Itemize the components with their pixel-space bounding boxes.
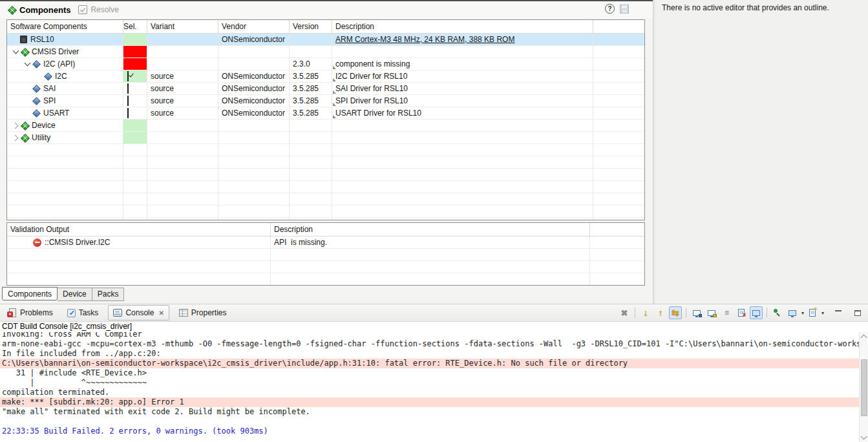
expander-expanded-icon[interactable] — [11, 46, 20, 58]
display-console-icon[interactable] — [786, 306, 799, 319]
maximize-icon[interactable] — [851, 306, 864, 319]
vendor-cell: ONSemiconductor — [218, 70, 290, 82]
column-header-validation-output: Validation Output — [7, 223, 271, 236]
console-scrollbar[interactable] — [859, 332, 868, 442]
remove-launch-icon[interactable]: ✖ — [618, 306, 631, 319]
component-row-device[interactable]: Device — [7, 120, 644, 132]
expander-expanded-icon[interactable] — [23, 58, 32, 70]
blue-diamond-icon — [43, 72, 52, 81]
tab-components[interactable]: Components — [2, 287, 58, 300]
expander-collapsed-icon[interactable] — [11, 132, 20, 143]
component-label: USART — [43, 107, 69, 119]
console-output[interactable]: Invoking: Cross ARM C Compilerarm-none-e… — [0, 332, 868, 442]
component-checkbox-unchecked[interactable] — [127, 108, 129, 118]
filler-cell — [593, 34, 644, 45]
component-row-cmsis-driver[interactable]: CMSIS Driver — [7, 46, 644, 58]
component-row-rsl10[interactable]: RSL10ONSemiconductorARM Cortex-M3 48 MHz… — [7, 34, 644, 46]
component-label: SPI — [43, 95, 56, 107]
expander-collapsed-icon[interactable] — [11, 120, 20, 131]
save-icon[interactable] — [620, 5, 629, 14]
selection-cell[interactable] — [123, 83, 147, 94]
dropdown-arrow-icon[interactable]: ▾ — [801, 310, 804, 316]
tab-properties[interactable]: Properties — [175, 306, 231, 320]
scroll-up-icon[interactable] — [861, 335, 867, 341]
component-checkbox-unchecked[interactable] — [127, 96, 129, 106]
component-checkbox-checked[interactable] — [127, 71, 129, 81]
minimize-icon[interactable] — [832, 306, 845, 319]
component-label: RSL10 — [30, 34, 54, 45]
component-row-sai[interactable]: SAIsourceONSemiconductor3.5.285SAI Drive… — [7, 83, 644, 95]
tab-tasks[interactable]: Tasks — [63, 306, 103, 320]
description-link[interactable]: ARM Cortex-M3 48 MHz, 24 KB RAM, 388 KB … — [335, 35, 514, 44]
selection-cell[interactable] — [123, 107, 147, 119]
pin-console-icon[interactable] — [771, 306, 784, 319]
tasks-icon — [67, 309, 76, 317]
component-label: Utility — [32, 132, 50, 143]
tab-label: Problems — [20, 308, 53, 317]
word-wrap-icon[interactable]: ≡ — [720, 306, 733, 319]
show-console-stderr-icon[interactable] — [705, 306, 718, 319]
empty-row — [7, 273, 644, 286]
empty-row — [7, 156, 644, 169]
filler-cell — [593, 120, 644, 131]
variant-cell — [147, 132, 218, 143]
scrollbar-thumb[interactable] — [861, 359, 867, 416]
selection-cell[interactable] — [123, 70, 147, 82]
expander-spacer — [23, 83, 32, 94]
validation-item: ::CMSIS Driver.I2C — [7, 237, 271, 248]
component-row-usart[interactable]: USARTsourceONSemiconductor3.5.285USART D… — [7, 107, 644, 120]
version-cell — [290, 120, 332, 131]
help-icon[interactable] — [605, 4, 615, 14]
show-error-in-editor-icon[interactable]: ⇆ — [669, 306, 682, 319]
component-row-utility[interactable]: Utility — [7, 132, 644, 144]
problems-icon — [7, 308, 17, 317]
component-row-spi[interactable]: SPIsourceONSemiconductor3.5.285SPI Drive… — [7, 95, 644, 107]
dropdown-arrow-icon[interactable]: ▾ — [821, 310, 824, 316]
tree-cell: SAI — [7, 83, 123, 94]
component-row-i2c[interactable]: I2CsourceONSemiconductor3.5.285I2C Drive… — [7, 70, 644, 83]
outline-empty-message: There is no active editor that provides … — [662, 3, 829, 12]
variant-cell — [147, 58, 218, 70]
component-row-i2c-api-[interactable]: I2C (API)2.3.0component is missing — [7, 58, 644, 70]
validation-description: API is missing. — [271, 237, 590, 248]
variant-cell: source — [147, 83, 218, 94]
version-cell — [290, 46, 332, 58]
resolve-label: Resolve — [90, 5, 118, 14]
next-error-icon[interactable]: ↓ — [639, 306, 652, 319]
empty-row — [7, 169, 644, 181]
selection-cell — [123, 58, 147, 70]
version-cell: 3.5.285 — [290, 95, 332, 107]
tab-console[interactable]: Console✕ — [108, 305, 169, 321]
empty-row — [7, 193, 644, 205]
page-title: Components — [19, 5, 70, 15]
column-header-description: Description — [271, 223, 590, 236]
vendor-cell — [218, 132, 290, 143]
selection-cell — [123, 46, 147, 58]
tab-packs[interactable]: Packs — [92, 288, 125, 301]
show-console-stdout-icon[interactable] — [690, 306, 703, 319]
selection-cell — [123, 132, 147, 143]
close-icon[interactable]: ✕ — [158, 310, 164, 317]
description-cell: USART Driver for RSL10 — [332, 107, 593, 119]
version-cell: 3.5.285 — [290, 83, 332, 94]
scroll-down-icon[interactable] — [861, 434, 867, 440]
version-cell: 3.5.285 — [290, 107, 332, 119]
tab-device[interactable]: Device — [58, 288, 92, 301]
console-line: | ^~~~~~~~~~~~~~ — [2, 378, 868, 388]
scroll-lock-icon[interactable] — [750, 306, 763, 319]
validation-row[interactable]: ::CMSIS Driver.I2CAPI is missing. — [7, 237, 644, 249]
components-editor: Components Resolve Software ComponentsSe… — [0, 0, 653, 304]
empty-row — [7, 261, 644, 273]
chip-icon — [20, 36, 27, 43]
clear-console-icon[interactable]: ✕ — [735, 306, 748, 319]
editor-bottom-tabs: ComponentsDevicePacks — [2, 288, 124, 301]
tab-problems[interactable]: Problems — [3, 306, 58, 320]
resolve-checkbox[interactable] — [78, 5, 87, 14]
previous-error-icon[interactable]: ↑ — [654, 306, 667, 319]
component-checkbox-unchecked[interactable] — [127, 83, 129, 94]
empty-row — [7, 144, 644, 156]
filler-cell — [593, 58, 644, 70]
selection-cell[interactable] — [123, 95, 147, 107]
open-console-icon[interactable]: ✦ — [806, 306, 819, 319]
version-menu-mark — [333, 78, 336, 81]
